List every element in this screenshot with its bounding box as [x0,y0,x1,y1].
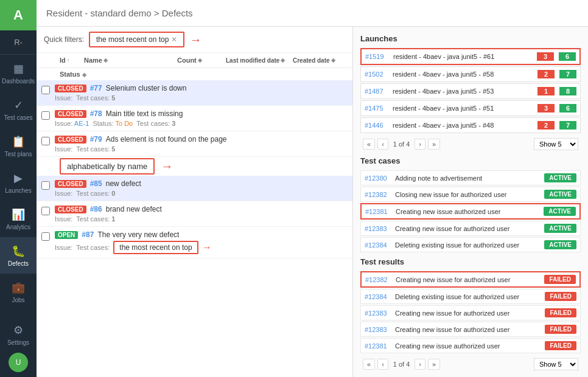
defect-content: CLOSED #78 Main title text is missing Is… [55,109,348,127]
defect-title-row: CLOSED #77 Selenium cluster is down [55,84,348,92]
testcase-icon: ✓ [14,99,23,112]
sidebar-item-jobs[interactable]: 💼 Jobs [0,274,37,310]
defect-checkbox[interactable] [41,137,50,145]
launch-name: resident - 4baev - java junit5 - #53 [393,88,533,95]
prev-page-btn[interactable]: ‹ [377,139,388,150]
defect-id[interactable]: #78 [90,109,102,118]
launch-id[interactable]: #1446 [365,122,388,129]
testplan-icon: 📋 [12,135,25,148]
tc-name: Deleting existing issue for authorized u… [395,241,539,249]
show-count-wrapper: Show 5 Show 10 [534,138,578,150]
col-last-modified[interactable]: Last modified date ◈ [226,57,293,64]
defect-title-row: CLOSED #86 brand new defect [55,205,348,213]
launch-name: resident - 4baev - java junit5 - #61 [393,53,532,60]
test-case-row: #12384 Deleting existing issue for autho… [360,237,581,252]
tc-id[interactable]: #12380 [365,175,390,182]
defect-id[interactable]: #85 [90,179,102,188]
col-name[interactable]: Name ◈ [84,57,177,64]
tc-id[interactable]: #12382 [365,191,390,198]
sidebar-item-analytics[interactable]: 📊 Analytics [0,201,37,237]
sidebar-label-dashboards: Dashboards [2,78,35,85]
sidebar-item-testplans[interactable]: 📋 Test plans [0,128,37,164]
result-name: Deleting existing issue for authorized u… [395,293,540,300]
next-page-btn[interactable]: › [415,139,425,150]
annotation-box-2: alphabetically by name [60,158,155,175]
sidebar-item-launches[interactable]: ▶ Launches [0,164,37,201]
show-select[interactable]: Show 5 Show 10 [534,138,578,150]
test-results-title: Test results [360,257,581,266]
sidebar-label-settings: Settings [7,339,29,346]
col-created[interactable]: Created date ◈ [293,57,348,64]
app-logo[interactable]: A [0,0,37,30]
filter-tag-recent[interactable]: the most recent on top ✕ [89,32,184,47]
defect-meta: Issue: Test cases: 1 [55,215,348,223]
filter-tag-text: the most recent on top [96,35,169,44]
tc-id[interactable]: #12381 [365,208,391,215]
annotation-text-2: alphabetically by name [67,162,147,171]
tc-status-badge: ACTIVE [544,207,576,216]
launch-id[interactable]: #1519 [365,53,388,60]
result-row: #12382 Creating new issue for authorized… [360,271,581,288]
test-case-row: #12383 Creating new issue for authorized… [360,221,581,236]
quick-filters-bar: Quick filters: the most recent on top ✕ … [37,27,352,53]
sidebar-user: R- [0,30,37,55]
launch-passed-count: 6 [559,104,576,112]
results-last-page-btn[interactable]: » [428,359,440,370]
launch-id[interactable]: #1502 [365,71,388,78]
last-page-btn[interactable]: » [428,139,440,150]
results-next-page-btn[interactable]: › [415,359,425,370]
result-name: Creating new issue authorized user [395,342,540,350]
sidebar-item-dashboards[interactable]: ▦ Dashboards [0,55,37,91]
defect-row: CLOSED #85 new defect Issue: Test cases:… [37,176,352,201]
launch-id[interactable]: #1475 [365,105,388,112]
sidebar-item-testcases[interactable]: ✓ Test cases [0,91,37,128]
launch-row: #1475 resident - 4baev - java junit5 - #… [360,100,581,116]
result-id[interactable]: #12381 [365,342,390,350]
sidebar-item-settings[interactable]: ⚙ Settings [0,316,37,353]
results-show-select[interactable]: Show 5 Show 10 [534,358,578,370]
results-prev-page-btn[interactable]: ‹ [377,359,388,370]
dashboard-icon: ▦ [13,62,24,75]
test-case-row: #12380 Adding note to advertisement ACTI… [360,170,581,185]
table-header: Id ↑ Name ◈ Count ◈ Last modified date ◈… [37,53,352,68]
sidebar-label-defects: Defects [8,260,29,267]
result-id[interactable]: #12384 [365,293,390,300]
result-id[interactable]: #12383 [365,310,390,317]
defect-checkbox[interactable] [41,232,50,241]
defect-id[interactable]: #77 [90,84,102,92]
first-page-btn[interactable]: « [363,139,375,150]
filter-tag-close-icon[interactable]: ✕ [171,35,177,44]
sidebar-item-defects[interactable]: 🐛 Defects [0,237,37,274]
defect-checkbox[interactable] [41,111,50,120]
launch-row: #1502 resident - 4baev - java junit5 - #… [360,66,581,82]
results-first-page-btn[interactable]: « [363,359,375,370]
launch-passed-count: 6 [559,52,576,61]
result-row: #12384 Deleting existing issue for autho… [360,289,581,304]
defect-checkbox[interactable] [41,86,50,94]
defect-name: Selenium cluster is down [106,84,187,92]
launch-failed-count: 3 [537,52,554,61]
defect-id[interactable]: #86 [90,205,102,213]
defect-checkbox[interactable] [41,207,50,215]
settings-icon: ⚙ [13,323,23,337]
status-badge: CLOSED [55,180,86,188]
launch-id[interactable]: #1487 [365,88,388,95]
result-name: Creating new issue for authorized user [395,310,540,317]
defect-title-row: CLOSED #85 new defect [55,179,348,188]
defect-list: CLOSED #77 Selenium cluster is down Issu… [37,80,352,377]
launch-row: #1487 resident - 4baev - java junit5 - #… [360,83,581,99]
right-panel: Launches #1519 resident - 4baev - java j… [353,27,588,377]
defect-checkbox[interactable] [41,181,50,190]
analytics-icon: 📊 [12,208,25,221]
result-id[interactable]: #12382 [365,276,391,283]
tc-id[interactable]: #12383 [365,225,390,232]
defect-id[interactable]: #79 [90,135,102,144]
avatar[interactable]: U [9,353,28,372]
defect-id[interactable]: #87 [82,230,94,239]
result-id[interactable]: #12383 [365,326,390,333]
col-id[interactable]: Id ↑ [60,57,84,64]
issue-link[interactable]: AE-1 [74,120,89,127]
tc-id[interactable]: #12384 [365,241,390,249]
col-count[interactable]: Count ◈ [177,57,226,64]
header: Resident - standard demo > Defects [37,0,588,27]
